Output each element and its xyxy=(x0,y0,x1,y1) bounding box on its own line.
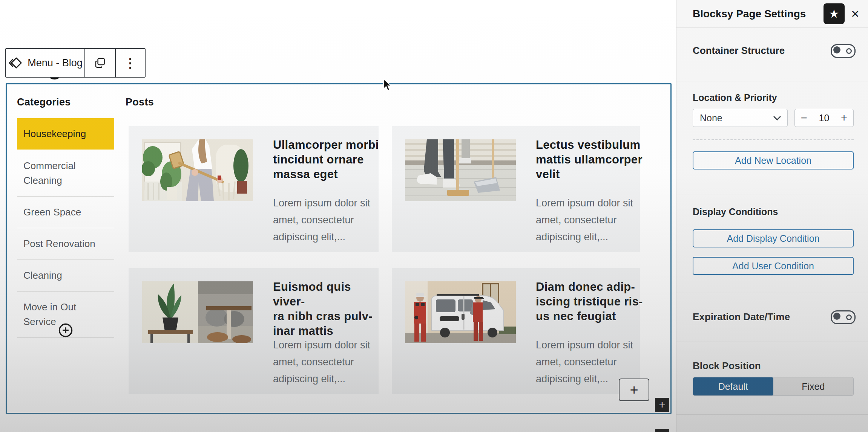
add-display-condition-button[interactable]: Add Display Condition xyxy=(693,229,854,247)
post-card-3[interactable]: Euismod quis viver- ra nibh cras pulv- i… xyxy=(129,268,379,394)
priority-stepper: − 10 + xyxy=(794,109,854,127)
post-card-1[interactable]: Ullamcorper morbi tincidunt ornare massa… xyxy=(129,126,379,252)
category-item-post-renovation[interactable]: Post Renovation xyxy=(17,228,114,260)
editor-canvas: Blog Menu Menu - Blog ⋮ xyxy=(0,0,676,432)
post-title[interactable]: Lectus vestibulum mattis ullamcorper vel… xyxy=(536,137,649,182)
blocksy-diamond-icon xyxy=(8,56,22,70)
ellipsis-icon: ⋮ xyxy=(124,55,137,70)
copy-icon xyxy=(94,56,107,69)
priority-increment-button[interactable]: + xyxy=(841,109,847,127)
sidebar-title: Blocksy Page Settings xyxy=(693,0,806,27)
blocksy-editor-page: Blog Menu Menu - Blog ⋮ xyxy=(0,0,868,432)
post-title[interactable]: Ullamcorper morbi tincidunt ornare massa… xyxy=(273,137,386,182)
category-item-commercial-cleaning[interactable]: Commercial Cleaning xyxy=(17,150,114,197)
options-menu-button[interactable]: ⋮ xyxy=(115,49,145,77)
add-user-condition-button[interactable]: Add User Condition xyxy=(693,257,854,275)
post-image-plant-interior xyxy=(142,281,253,343)
block-toolbar: Menu - Blog ⋮ xyxy=(5,48,146,78)
blocksy-settings-sidebar: Blocksy Page Settings ★ ✕ Container Stru… xyxy=(676,0,868,432)
close-icon: ✕ xyxy=(851,8,859,20)
post-excerpt: Lorem ipsum dolor sit amet, consectetur … xyxy=(273,195,374,246)
plus-icon: + xyxy=(659,430,666,432)
close-sidebar-button[interactable]: ✕ xyxy=(848,7,862,21)
category-item-housekeeping[interactable]: Housekeeping xyxy=(17,118,114,150)
section-divider xyxy=(676,342,868,342)
location-select-value: None xyxy=(700,109,722,127)
dashed-divider xyxy=(693,139,854,140)
expiration-label: Expiration Date/Time xyxy=(693,311,790,323)
toggle-ring xyxy=(846,48,852,54)
section-divider xyxy=(676,414,868,415)
block-position-segmented-control: Default Fixed xyxy=(693,377,854,396)
post-title[interactable]: Diam donec adip- iscing tristique ris- u… xyxy=(536,279,649,324)
display-conditions-label: Display Conditions xyxy=(693,206,778,217)
circle-plus-icon xyxy=(58,322,74,338)
block-type-button[interactable]: Menu - Blog xyxy=(6,49,84,77)
copy-block-button[interactable] xyxy=(84,49,115,77)
expiration-toggle[interactable] xyxy=(831,310,856,324)
category-item-cleaning[interactable]: Cleaning xyxy=(17,260,114,292)
toggle-ring xyxy=(846,314,852,320)
block-inserter-button[interactable]: + xyxy=(655,398,669,412)
container-structure-toggle[interactable] xyxy=(831,44,856,58)
toggle-knob xyxy=(833,46,840,53)
block-position-fixed-option[interactable]: Fixed xyxy=(773,377,854,395)
section-divider xyxy=(676,293,868,293)
block-position-label: Block Position xyxy=(693,360,761,372)
star-icon: ★ xyxy=(829,7,839,20)
post-image-cleaners-van xyxy=(405,281,516,343)
post-card-4[interactable]: Diam donec adip- iscing tristique ris- u… xyxy=(392,268,640,394)
location-priority-label: Location & Priority xyxy=(693,92,777,103)
categories-column: Categories Housekeeping Commercial Clean… xyxy=(17,96,114,108)
posts-heading: Posts xyxy=(126,96,154,108)
plus-icon: + xyxy=(630,382,638,398)
add-new-location-button[interactable]: Add New Location xyxy=(693,151,854,169)
toggle-knob xyxy=(833,313,840,320)
post-excerpt: Lorem ipsum dolor sit amet, consectetur … xyxy=(536,195,637,246)
sidebar-header: Blocksy Page Settings ★ ✕ xyxy=(676,0,868,28)
categories-heading: Categories xyxy=(17,96,114,108)
section-divider xyxy=(676,81,868,81)
post-image-broom-dustpan xyxy=(405,139,516,201)
chevron-down-icon xyxy=(773,116,781,121)
plus-icon: + xyxy=(659,398,666,411)
post-excerpt: Lorem ipsum dolor sit amet, consectetur … xyxy=(273,337,374,388)
section-divider xyxy=(676,194,868,194)
add-category-block-button[interactable] xyxy=(17,322,114,340)
post-card-2[interactable]: Lectus vestibulum mattis ullamcorper vel… xyxy=(392,126,640,252)
pin-settings-button[interactable]: ★ xyxy=(824,3,845,24)
categories-list: Housekeeping Commercial Cleaning Green S… xyxy=(17,118,114,338)
block-inserter-button-bottom[interactable]: + xyxy=(655,429,669,432)
block-position-default-option[interactable]: Default xyxy=(693,377,773,395)
container-structure-label: Container Structure xyxy=(693,45,785,56)
post-title[interactable]: Euismod quis viver- ra nibh cras pulv- i… xyxy=(273,279,386,338)
block-label: Menu - Blog xyxy=(28,57,83,69)
location-select[interactable]: None xyxy=(693,109,788,127)
post-image-woman-sweeping xyxy=(142,139,253,201)
block-appender-button[interactable]: + xyxy=(619,379,649,401)
category-item-green-space[interactable]: Green Space xyxy=(17,197,114,228)
